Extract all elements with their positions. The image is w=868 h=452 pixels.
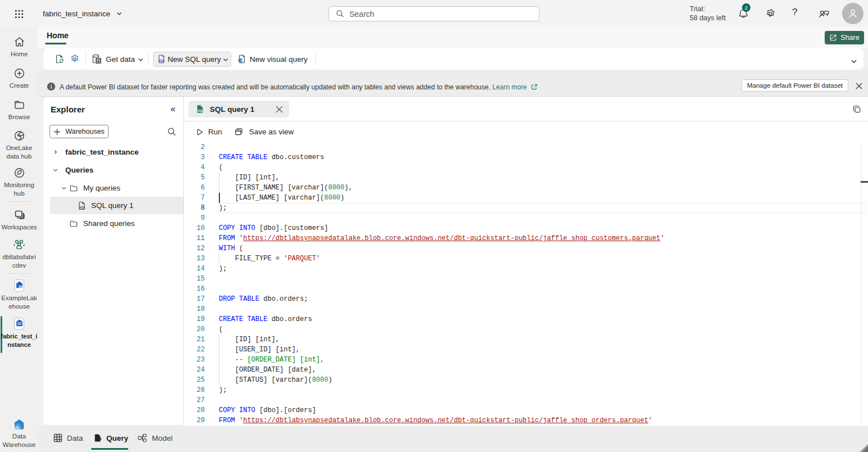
svg-text:SQL: SQL	[79, 206, 86, 209]
svg-text:SQL: SQL	[197, 110, 203, 112]
svg-text:SQL: SQL	[159, 59, 165, 62]
